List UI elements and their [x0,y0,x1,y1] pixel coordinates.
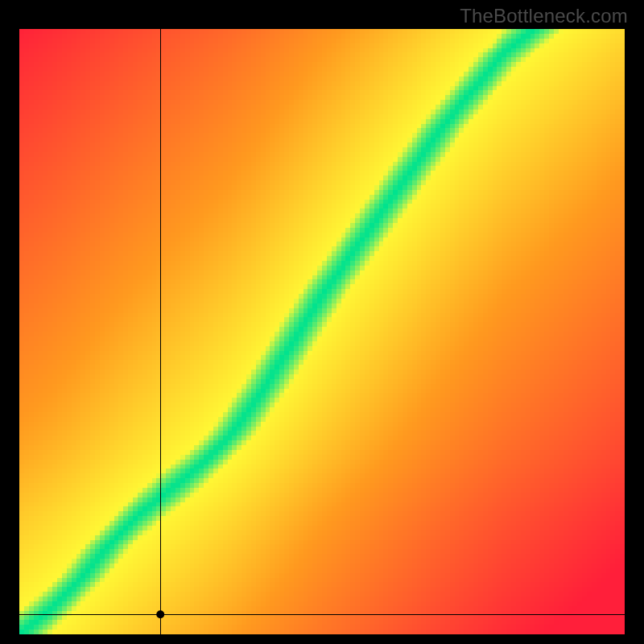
chart-container: TheBottleneck.com [0,0,644,644]
bottleneck-heatmap [19,29,625,634]
attribution-label: TheBottleneck.com [460,5,628,27]
